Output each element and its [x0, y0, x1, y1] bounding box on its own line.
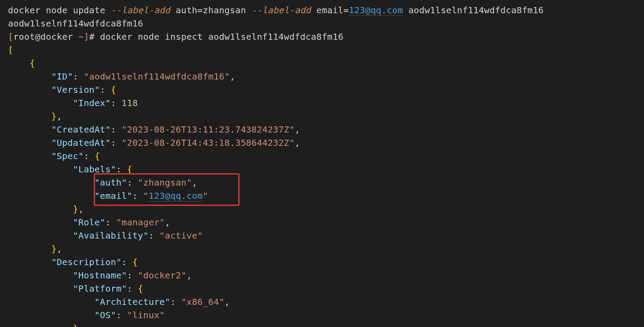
json-key-index: "Index" [73, 98, 111, 108]
json-key-description: "Description" [51, 257, 122, 267]
flag-label-add-2: --label-add [252, 5, 311, 15]
json-key-id: "ID" [51, 71, 73, 82]
json-open-bracket: [ [8, 45, 13, 55]
json-val-role: "manager" [116, 217, 165, 228]
json-val-id: "aodw1lselnf114wdfdca8fm16" [84, 71, 230, 82]
terminal-output[interactable]: docker node update --label-add auth=zhan… [0, 0, 644, 327]
json-obj-open: { [8, 58, 35, 68]
json-val-index: 118 [122, 98, 138, 108]
json-key-spec: "Spec" [51, 151, 84, 161]
json-key-role: "Role" [73, 217, 105, 228]
email-link-json[interactable]: 123@qq.com [149, 190, 202, 202]
echo-line: aodw1lselnf114wdfdca8fm16 [8, 18, 143, 29]
email-link-cmd[interactable]: 123@qq.com [349, 5, 403, 16]
json-key-auth: "auth" [95, 177, 127, 188]
json-key-platform: "Platform" [73, 283, 127, 294]
json-key-hostname: "Hostname" [73, 270, 127, 281]
json-key-availability: "Availability" [73, 230, 149, 241]
json-val-availability: "active" [160, 230, 203, 241]
prompt-line: [root@docker ~]# docker node inspect aod… [8, 31, 343, 42]
json-key-architecture: "Architecture" [95, 297, 170, 307]
json-key-updatedat: "UpdatedAt" [51, 137, 111, 148]
json-key-email: "email" [95, 190, 133, 201]
json-val-architecture: "x86_64" [181, 297, 225, 307]
cmd-line-1: docker node update --label-add auth=zhan… [8, 5, 544, 16]
json-key-version: "Version" [51, 84, 100, 95]
json-val-hostname: "docker2" [138, 270, 187, 281]
json-key-createdat: "CreatedAt" [51, 124, 111, 135]
terminal-root: docker node update --label-add auth=zhan… [0, 0, 644, 327]
json-key-os: "OS" [95, 310, 116, 320]
json-val-auth: "zhangsan" [138, 177, 192, 188]
cmd-inspect: docker node inspect aodw1lselnf114wdfdca… [100, 31, 343, 42]
flag-label-add-1: --label-add [111, 5, 171, 15]
json-val-os: "linux" [127, 310, 165, 320]
json-val-updatedat: "2023-08-26T14:43:18.358644232Z" [122, 137, 295, 148]
json-val-createdat: "2023-08-26T13:11:23.743824237Z" [122, 124, 295, 135]
json-key-labels: "Labels" [73, 164, 116, 175]
